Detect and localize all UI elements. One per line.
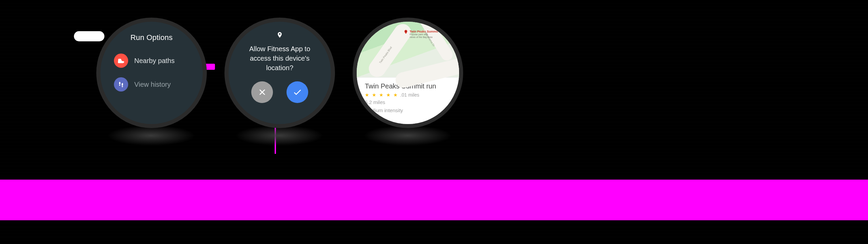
- magenta-bottom-strip: [0, 180, 868, 220]
- result-intensity: Medium intensity: [365, 107, 451, 114]
- poi-title: Twin Peaks Summit: [410, 30, 438, 33]
- watch-shadow: [235, 125, 323, 146]
- permission-prefix: Allow: [249, 45, 267, 53]
- deny-button[interactable]: [251, 81, 273, 103]
- watch-shadow: [363, 125, 452, 146]
- allow-button[interactable]: [287, 81, 308, 103]
- permission-prompt-text: Allow Fitness App to access this device'…: [229, 44, 331, 73]
- view-history-label: View history: [134, 81, 171, 88]
- result-rating-row: ★ ★ ★ ★ ★ .01 miles: [365, 92, 451, 98]
- white-blob-decoration: [74, 31, 104, 41]
- list-item-view-history[interactable]: View history: [100, 73, 203, 96]
- permission-app-name: Fitness App: [267, 45, 303, 53]
- check-icon: [293, 87, 302, 97]
- map-view[interactable]: Twin Peaks Blvd Panorama Dr Twin Peaks S…: [357, 22, 459, 77]
- nearby-paths-label: Nearby paths: [134, 57, 175, 65]
- run-options-list: Nearby paths View history: [100, 49, 203, 96]
- list-item-nearby-paths[interactable]: Nearby paths: [100, 49, 203, 73]
- watch-map-result: Twin Peaks Blvd Panorama Dr Twin Peaks S…: [353, 18, 463, 128]
- result-distance: 5.2 miles: [365, 99, 451, 106]
- svg-point-0: [405, 31, 406, 32]
- watch-shadow: [107, 125, 195, 146]
- shoe-icon: [114, 54, 128, 68]
- poi-subtitle: views of the Bay Area: [410, 36, 438, 39]
- footsteps-icon: [114, 77, 128, 92]
- star-rating: ★ ★ ★ ★ ★: [365, 92, 398, 98]
- watch-permission-dialog: Allow Fitness App to access this device'…: [224, 18, 335, 128]
- poi-subtitle: Popular park with: [410, 33, 438, 36]
- location-pin-icon: [276, 30, 283, 41]
- close-icon: [258, 88, 267, 97]
- map-poi-label: Twin Peaks Summit Popular park with view…: [410, 30, 438, 39]
- watch-run-options: Run Options Nearby paths View history: [96, 18, 207, 128]
- map-pin-icon: [403, 28, 408, 37]
- permission-buttons: [251, 81, 308, 103]
- run-options-title: Run Options: [131, 33, 173, 42]
- rating-miles: .01 miles: [400, 92, 419, 98]
